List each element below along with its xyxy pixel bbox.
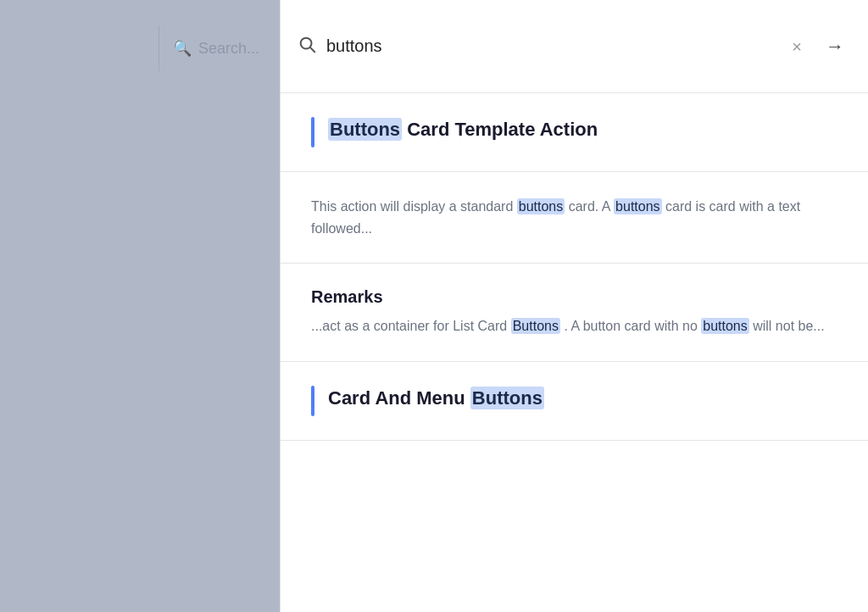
remarks-text: ...act as a container for List Card Butt… [311,315,837,337]
svg-line-1 [310,47,314,52]
submit-button[interactable]: → [819,34,851,59]
highlight-span: Buttons [511,318,560,334]
main-panel: buttons × → Buttons Card Template Action… [280,0,868,612]
search-icon [298,35,316,58]
remarks-section[interactable]: Remarks ...act as a container for List C… [281,264,868,362]
result-content: Card And Menu Buttons [328,386,837,412]
highlight-span: Buttons [470,387,544,409]
result-content: Buttons Card Template Action [328,117,837,143]
clear-button[interactable]: × [785,35,809,58]
highlight-span: buttons [614,198,661,214]
search-input[interactable]: buttons [326,36,775,56]
sidebar-search-placeholder: Search... [198,40,259,58]
remarks-title: Remarks [311,287,837,307]
result-title: Card And Menu Buttons [328,386,837,412]
result-item[interactable]: Card And Menu Buttons [281,362,868,441]
highlight-span: buttons [701,318,748,334]
result-title: Buttons Card Template Action [328,117,837,143]
result-item[interactable]: This action will display a standard butt… [281,172,868,264]
sidebar-search-icon: 🔍 [173,39,192,58]
result-item[interactable]: Buttons Card Template Action [281,93,868,172]
sidebar-search-area: 🔍 Search... [159,25,259,71]
accent-bar [311,386,314,416]
highlight-span: buttons [517,198,565,214]
result-description: This action will display a standard butt… [311,196,837,239]
highlight-span: Buttons [328,118,402,141]
accent-bar [311,117,314,147]
results-container: Buttons Card Template Action This action… [281,93,868,612]
sidebar: 🔍 Search... [0,0,280,612]
search-bar: buttons × → [281,0,868,93]
